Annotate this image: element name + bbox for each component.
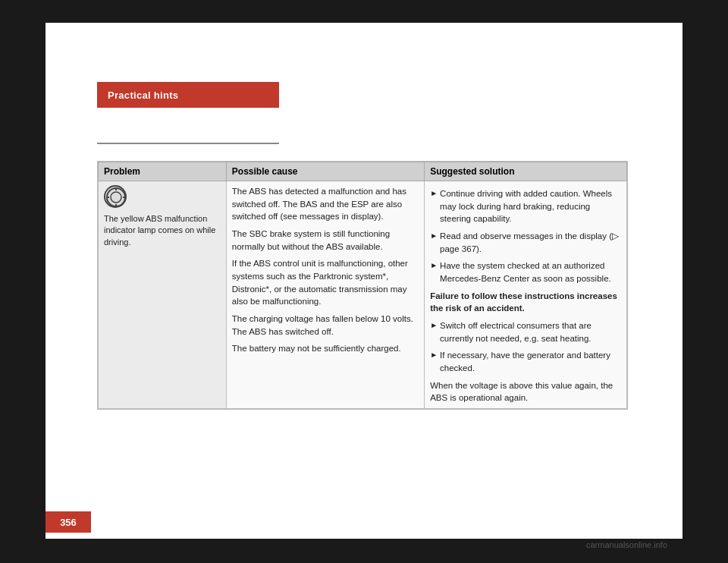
page-number: 356 <box>60 517 77 528</box>
cause-para-3: If the ABS control unit is malfunctionin… <box>232 257 419 308</box>
solution-item-1: ► Continue driving with added caution. W… <box>430 187 621 225</box>
watermark: carmanualsonline.info <box>586 540 667 549</box>
arrow-icon-5: ► <box>430 350 438 361</box>
cause-para-5: The battery may not be sufficiently char… <box>232 342 419 355</box>
solution-item-4: ► Switch off electrical consumers that a… <box>430 319 621 344</box>
arrow-icon-2: ► <box>430 231 438 242</box>
problem-description: The yellow ABS malfunction indicator lam… <box>104 213 221 248</box>
final-note: When the voltage is above this value aga… <box>430 379 621 404</box>
solution-text-2: Read and observe messages in the display… <box>440 230 621 255</box>
section-header: Practical hints <box>97 82 279 108</box>
table-row: The yellow ABS malfunction indicator lam… <box>99 181 627 409</box>
page-number-box: 356 <box>46 511 91 533</box>
solution-item-5: ► If necessary, have the generator and b… <box>430 349 621 374</box>
solution-text-1: Continue driving with added caution. Whe… <box>440 187 621 225</box>
cause-cell: The ABS has detected a malfunction and h… <box>226 181 424 409</box>
arrow-icon-4: ► <box>430 320 438 332</box>
divider <box>97 143 279 144</box>
solution-text-3: Have the system checked at an authorized… <box>440 259 621 285</box>
solution-item-3: ► Have the system checked at an authoriz… <box>430 259 621 285</box>
solution-item-2: ► Read and observe messages in the displ… <box>430 230 621 255</box>
solution-cell: ► Continue driving with added caution. W… <box>425 181 627 409</box>
col-cause-header: Possible cause <box>226 162 424 181</box>
col-solution-header: Suggested solution <box>425 162 627 181</box>
cause-para-1: The ABS has detected a malfunction and h… <box>232 187 406 221</box>
svg-point-0 <box>107 188 125 206</box>
solution-text-4: Switch off electrical consumers that are… <box>440 319 621 344</box>
cause-para-2: The SBC brake system is still functionin… <box>232 228 419 253</box>
solution-text-5: If necessary, have the generator and bat… <box>440 349 621 374</box>
content-table: Problem Possible cause Suggested solutio… <box>97 161 628 410</box>
col-problem-header: Problem <box>99 162 227 181</box>
cause-para-4: The charging voltage has fallen below 10… <box>232 313 419 338</box>
arrow-icon-1: ► <box>430 188 438 200</box>
problem-cell: The yellow ABS malfunction indicator lam… <box>99 181 227 409</box>
section-title: Practical hints <box>108 90 178 101</box>
failure-warning: Failure to follow these instructions inc… <box>430 290 621 315</box>
arrow-icon-3: ► <box>430 260 438 272</box>
abs-warning-icon <box>104 185 127 208</box>
table-header-row: Problem Possible cause Suggested solutio… <box>99 162 627 181</box>
